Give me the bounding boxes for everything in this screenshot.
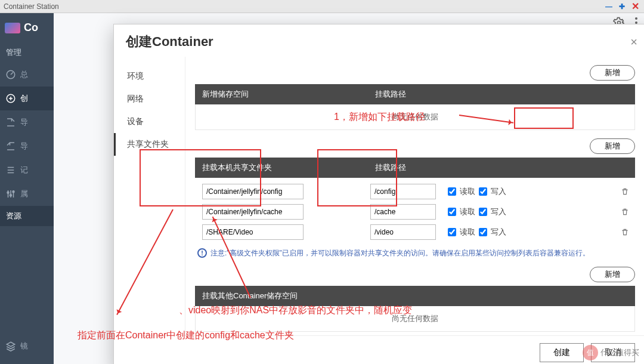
share-table-header: 挂载本机共享文件夹 挂载路径 (195, 158, 635, 178)
share-col-path: 挂载路径 (368, 158, 635, 178)
watermark-logo-icon: 值 (583, 345, 598, 360)
app-brand: Co (24, 21, 38, 34)
storage-col-path: 挂载路径 (368, 84, 635, 104)
storage-col-space: 新增储存空间 (195, 84, 368, 104)
storage-empty: 尚无任何数据 (195, 104, 635, 130)
read-checkbox[interactable] (448, 187, 456, 196)
sidebar: Co 管理 总 创 导 导 记 (0, 13, 54, 364)
add-storage-button[interactable]: 新增 (590, 65, 635, 81)
read-label: 读取 (460, 227, 475, 237)
notice: ! 注意:"高级文件夹权限"已启用，并可以限制容器对共享文件夹的访问。请确保在启… (195, 242, 635, 264)
write-checkbox[interactable] (479, 187, 487, 196)
notice-text: 注意:"高级文件夹权限"已启用，并可以限制容器对共享文件夹的访问。请确保在启用某… (210, 248, 590, 258)
import-icon (5, 140, 17, 152)
other-col: 挂载其他Container储存空间 (195, 286, 635, 306)
watermark-text: 什么值得买 (600, 347, 639, 358)
list-icon (5, 164, 17, 176)
modal-nav: 环境 网络 设备 共享文件夹 (114, 57, 185, 335)
sidebar-item-label: 记 (20, 165, 28, 175)
mount-row: 读取 写入 (195, 181, 635, 202)
write-label: 写入 (491, 227, 506, 237)
export-icon (5, 116, 17, 128)
other-table-header: 挂载其他Container储存空间 (195, 286, 635, 306)
window-title: Container Station (4, 2, 59, 11)
add-share-button[interactable]: 新增 (590, 138, 635, 154)
modal-close-button[interactable]: × (630, 35, 637, 49)
window-minimize-button[interactable]: — (603, 1, 614, 12)
sidebar-section-manage: 管理 (0, 42, 54, 63)
app-logo: Co (0, 18, 54, 42)
modal-content: 新增 新增储存空间 挂载路径 尚无任何数据 新增 挂载本机共享文件夹 (185, 57, 644, 335)
info-icon: ! (197, 248, 207, 258)
read-label: 读取 (460, 206, 475, 217)
nav-environment[interactable]: 环境 (114, 65, 185, 88)
sidebar-item-overview[interactable]: 总 (0, 63, 54, 87)
mount-dst-input[interactable] (370, 184, 436, 199)
sidebar-item-log[interactable]: 记 (0, 158, 54, 182)
add-other-button[interactable]: 新增 (590, 267, 635, 282)
share-col-src: 挂载本机共享文件夹 (195, 158, 368, 178)
mount-dst-input[interactable] (370, 204, 436, 220)
svg-point-6 (635, 17, 637, 20)
mount-row: 读取 写入 (195, 222, 635, 242)
sidebar-item-export[interactable]: 导 (0, 110, 54, 134)
read-label: 读取 (460, 186, 475, 197)
storage-table-header: 新增储存空间 挂载路径 (195, 84, 635, 104)
watermark: 值 什么值得买 (583, 345, 639, 360)
window-maximize-button[interactable]: ✚ (617, 1, 627, 12)
mount-dst-input[interactable] (370, 224, 436, 240)
plus-circle-icon (5, 92, 17, 104)
write-label: 写入 (491, 206, 506, 217)
sidebar-item-create[interactable]: 创 (0, 87, 54, 110)
mount-src-input[interactable] (202, 224, 304, 240)
mount-src-input[interactable] (202, 184, 304, 199)
sidebar-item-label: 导 (20, 117, 28, 128)
sidebar-item-label: 属 (20, 189, 28, 199)
layers-icon (5, 340, 17, 352)
sidebar-item-import[interactable]: 导 (0, 134, 54, 158)
nav-device[interactable]: 设备 (114, 110, 185, 133)
read-checkbox[interactable] (448, 228, 456, 236)
mount-src-input[interactable] (202, 204, 304, 220)
sidebar-item-label: 创 (20, 93, 28, 104)
nav-shared-folder[interactable]: 共享文件夹 (114, 133, 185, 156)
nav-network[interactable]: 网络 (114, 88, 185, 110)
read-checkbox[interactable] (448, 208, 456, 216)
logo-icon (5, 23, 20, 33)
write-checkbox[interactable] (479, 228, 487, 236)
sidebar-section-resource: 资源 (0, 206, 54, 226)
trash-icon[interactable] (621, 208, 629, 216)
other-empty: 尚无任何数据 (195, 306, 635, 332)
sliders-icon (5, 188, 17, 200)
window-titlebar: Container Station — ✚ ✕ (0, 0, 644, 13)
trash-icon[interactable] (621, 187, 629, 196)
main-area: 应用程序 安装 创建Container × 环境 网络 设备 共享文件夹 (54, 13, 644, 364)
create-button[interactable]: 创建 (540, 343, 584, 362)
modal-title: 创建Container (126, 33, 213, 51)
trash-icon[interactable] (621, 228, 629, 236)
sidebar-item-properties[interactable]: 属 (0, 182, 54, 206)
sidebar-item-label: 导 (20, 141, 28, 152)
window-close-button[interactable]: ✕ (630, 1, 640, 12)
write-label: 写入 (491, 186, 506, 197)
gauge-icon (5, 69, 17, 81)
write-checkbox[interactable] (479, 208, 487, 216)
mount-row: 读取 写入 (195, 202, 635, 222)
sidebar-item-label: 总 (20, 69, 28, 80)
create-container-modal: 创建Container × 环境 网络 设备 共享文件夹 新增 (113, 24, 644, 364)
sidebar-item-label: 镜 (20, 341, 28, 351)
sidebar-item-images[interactable]: 镜 (0, 334, 54, 358)
